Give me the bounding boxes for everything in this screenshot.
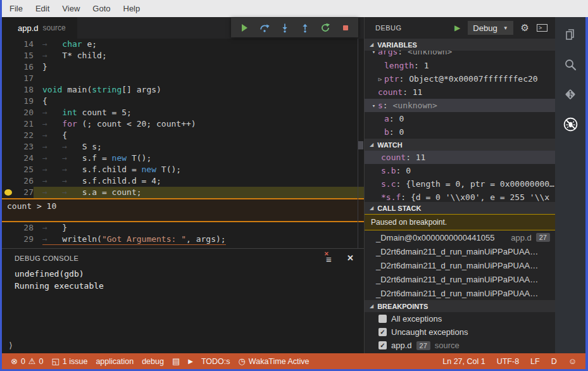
menu-item-help[interactable]: Help (117, 0, 147, 17)
scrollbar-thumb[interactable] (358, 141, 363, 149)
breakpoint-gutter[interactable] (2, 141, 15, 153)
breakpoint-row[interactable]: All exceptions (365, 312, 555, 325)
problems-indicator[interactable]: ⊗ 0 ⚠ 0 (11, 356, 43, 366)
activity-debug[interactable] (558, 114, 583, 134)
stack-frame[interactable]: _Dmain@0x0000000000441055app.d27 (365, 230, 555, 244)
encoding-indicator[interactable]: UTF-8 (497, 357, 519, 366)
colon: : (403, 87, 413, 97)
watch-section-header[interactable]: ◢ WATCH (365, 139, 555, 151)
editor-scrollbar[interactable] (358, 39, 364, 248)
start-debug-icon[interactable]: ▶ (454, 23, 460, 32)
code-token: for (62, 119, 77, 129)
breakpoint-gutter[interactable] (2, 73, 15, 84)
breakpoint-gutter[interactable] (2, 187, 15, 198)
breakpoint-gutter[interactable] (2, 39, 15, 50)
feedback-smiley[interactable]: ☺ (568, 356, 577, 366)
menu-item-file[interactable]: File (3, 0, 29, 17)
debug-icon (563, 116, 579, 132)
clear-console-icon[interactable]: ≡ ✕ (326, 254, 336, 263)
document-status[interactable]: ▤ (172, 356, 180, 366)
menu-item-goto[interactable]: Goto (86, 0, 116, 17)
breakpoint-line-badge: 27 (416, 341, 430, 350)
breakpoint-condition-widget[interactable]: count > 10 (2, 198, 364, 222)
workbench: app.d source 14→ char e;15→ T* child;16}… (2, 17, 585, 353)
watch-row[interactable]: count: 11 (365, 151, 555, 164)
code-token: → (42, 142, 62, 151)
breakpoints-section-header[interactable]: ◢ BREAKPOINTS (365, 300, 555, 312)
variable-name: count (378, 87, 403, 97)
frame-function: _D2rt6dmain211_d_run_mainUiPPaPUAA… (376, 261, 538, 270)
step-into-button[interactable] (275, 19, 294, 36)
watch-row[interactable]: s.b: 0 (365, 164, 555, 177)
wakatime-status[interactable]: ◷ WakaTime Active (239, 356, 310, 366)
run-task-button[interactable]: ▶ (188, 358, 193, 365)
breakpoint-gutter[interactable] (2, 234, 15, 245)
code-token: , args); (186, 234, 226, 244)
watch-list: count: 11s.b: 0s.c: {length = 0, ptr = 0… (365, 151, 555, 202)
variable-row[interactable]: ▷ptr: Object@*0x00007fffffffec20 (365, 72, 555, 85)
watch-row[interactable]: s.c: {length = 0, ptr = 0x00000000… (365, 177, 555, 191)
breakpoint-gutter[interactable] (2, 118, 15, 130)
launch-config-debug[interactable]: debug (142, 357, 164, 366)
breakpoint-gutter[interactable] (2, 84, 15, 96)
variable-row[interactable]: ▾args: <unknown> (365, 51, 555, 58)
variable-name: s (378, 101, 383, 110)
checkbox[interactable]: ✓ (378, 341, 387, 349)
language-indicator[interactable]: D (551, 357, 557, 366)
tab-app-d[interactable]: app.d source (2, 17, 77, 39)
close-icon[interactable]: ✕ (347, 253, 354, 263)
checkbox[interactable] (378, 315, 387, 323)
step-out-button[interactable] (295, 19, 315, 36)
breakpoint-gutter[interactable] (2, 164, 15, 175)
frame-function: _D2rt6dmain211_d_run_mainUiPPaPUAA… (376, 275, 538, 284)
debug-config-dropdown[interactable]: Debug ▼ (468, 21, 513, 35)
paused-banner: Paused on breakpoint. (365, 214, 555, 230)
variables-section-header[interactable]: ◢ VARIABLES (365, 39, 555, 51)
menu-item-edit[interactable]: Edit (29, 0, 56, 17)
clipped-row: *s.f: {d = 0 '\\x00', e = 255 '\\x (365, 191, 555, 202)
breakpoint-gutter[interactable] (2, 107, 15, 118)
console-input-prompt[interactable]: ⟩ (8, 341, 13, 350)
variable-row[interactable]: length: 1 (365, 59, 555, 72)
continue-button[interactable] (234, 19, 254, 36)
launch-config-application[interactable]: application (96, 357, 134, 366)
cursor-position[interactable]: Ln 27, Col 1 (442, 357, 485, 366)
stop-button[interactable] (335, 19, 355, 36)
stack-frame[interactable]: _D2rt6dmain211_d_run_mainUiPPaPUAA… (365, 286, 555, 300)
breakpoint-row[interactable]: ✓Uncaught exceptions (365, 325, 555, 339)
stack-frame[interactable]: _D2rt6dmain211_d_run_mainUiPPaPUAA… (365, 258, 555, 272)
activity-source-control[interactable] (558, 84, 583, 104)
breakpoint-gutter[interactable] (2, 222, 15, 234)
code-text: } (34, 61, 364, 73)
watch-row[interactable]: *s.f: {d = 0 '\\x00', e = 255 '\\x (365, 191, 555, 202)
step-over-button[interactable] (254, 19, 274, 36)
debug-panel-title: DEBUG (375, 24, 402, 32)
eol-indicator[interactable]: LF (530, 357, 540, 366)
code-token: s.f = (82, 153, 112, 163)
breakpoint-gutter[interactable] (2, 130, 15, 141)
gear-icon[interactable]: ⚙ (521, 22, 529, 34)
activity-explorer[interactable] (558, 25, 583, 45)
issues-indicator[interactable]: ◱ 1 issue (51, 356, 87, 366)
stack-frame[interactable]: _D2rt6dmain211_d_run_mainUiPPaPUAA… (365, 244, 555, 258)
stack-frame[interactable]: _D2rt6dmain211_d_run_mainUiPPaPUAA… (365, 272, 555, 286)
code-editor[interactable]: 14→ char e;15→ T* child;16}1718void main… (2, 39, 364, 248)
breakpoint-row[interactable]: ✓app.d27source (365, 339, 555, 352)
menu-item-view[interactable]: View (56, 0, 86, 17)
activity-search[interactable] (558, 54, 583, 75)
breakpoint-gutter[interactable] (2, 61, 15, 73)
variable-row[interactable]: b: 0 (365, 125, 555, 139)
todo-button[interactable]: TODO:s (201, 357, 230, 366)
breakpoint-gutter[interactable] (2, 153, 15, 164)
callstack-section-header[interactable]: ◢ CALL STACK (365, 202, 555, 214)
variable-row[interactable]: count: 11 (365, 85, 555, 99)
variable-row[interactable]: a: 0 (365, 112, 555, 125)
open-console-icon[interactable]: > (537, 24, 547, 32)
breakpoint-gutter[interactable] (2, 50, 15, 61)
breakpoint-gutter[interactable] (2, 175, 15, 187)
variable-row[interactable]: ▾s: <unknown> (365, 99, 555, 112)
breakpoint-gutter[interactable] (2, 96, 15, 107)
checkbox[interactable]: ✓ (378, 328, 387, 336)
breakpoints-label: BREAKPOINTS (377, 303, 428, 310)
restart-button[interactable] (315, 19, 335, 36)
